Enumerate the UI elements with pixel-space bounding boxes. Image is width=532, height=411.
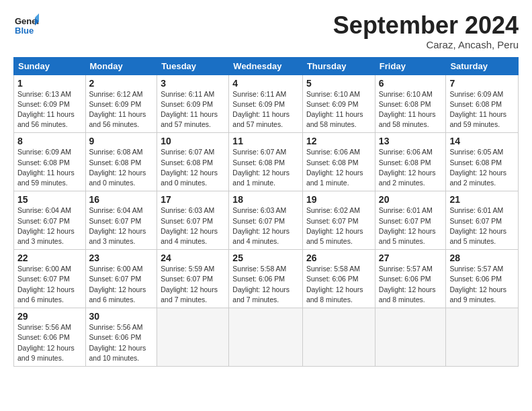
calendar-cell: 1Sunrise: 6:13 AMSunset: 6:09 PMDaylight…	[14, 75, 86, 133]
calendar-cell: 7Sunrise: 6:09 AMSunset: 6:08 PMDaylight…	[446, 75, 519, 133]
day-info: Sunrise: 6:06 AMSunset: 6:08 PMDaylight:…	[379, 147, 443, 188]
day-number: 7	[449, 78, 515, 89]
calendar-cell: 15Sunrise: 6:04 AMSunset: 6:07 PMDayligh…	[14, 191, 86, 250]
day-info: Sunrise: 6:06 AMSunset: 6:08 PMDaylight:…	[306, 147, 371, 188]
day-info: Sunrise: 6:01 AMSunset: 6:07 PMDaylight:…	[449, 205, 515, 246]
header-thursday: Thursday	[302, 57, 375, 75]
calendar-week-row: 29Sunrise: 5:56 AMSunset: 6:06 PMDayligh…	[14, 308, 519, 367]
day-number: 30	[89, 311, 154, 322]
page-container: General Blue September 2024 Caraz, Ancas…	[0, 0, 532, 373]
day-info: Sunrise: 6:00 AMSunset: 6:07 PMDaylight:…	[89, 264, 154, 305]
calendar-cell: 25Sunrise: 5:58 AMSunset: 6:06 PMDayligh…	[229, 250, 303, 308]
calendar-cell: 13Sunrise: 6:06 AMSunset: 6:08 PMDayligh…	[375, 133, 446, 191]
calendar-cell: 2Sunrise: 6:12 AMSunset: 6:09 PMDaylight…	[85, 75, 157, 133]
day-number: 11	[232, 136, 299, 146]
day-number: 26	[306, 253, 371, 263]
day-number: 17	[161, 194, 225, 205]
day-info: Sunrise: 6:03 AMSunset: 6:07 PMDaylight:…	[232, 205, 299, 246]
day-info: Sunrise: 6:10 AMSunset: 6:08 PMDaylight:…	[379, 89, 443, 130]
day-number: 5	[306, 78, 371, 89]
calendar-cell: 29Sunrise: 5:56 AMSunset: 6:06 PMDayligh…	[14, 308, 86, 367]
day-number: 12	[306, 136, 371, 146]
calendar-cell: 8Sunrise: 6:09 AMSunset: 6:08 PMDaylight…	[14, 133, 86, 191]
day-info: Sunrise: 5:59 AMSunset: 6:07 PMDaylight:…	[161, 264, 225, 305]
calendar-cell: 18Sunrise: 6:03 AMSunset: 6:07 PMDayligh…	[229, 191, 303, 250]
day-number: 4	[232, 78, 299, 89]
calendar-cell: 10Sunrise: 6:07 AMSunset: 6:08 PMDayligh…	[157, 133, 229, 191]
svg-text:Blue: Blue	[15, 26, 34, 36]
day-info: Sunrise: 5:56 AMSunset: 6:06 PMDaylight:…	[17, 322, 82, 363]
day-number: 2	[89, 78, 154, 89]
calendar-header-row: Sunday Monday Tuesday Wednesday Thursday…	[14, 57, 519, 75]
day-info: Sunrise: 6:03 AMSunset: 6:07 PMDaylight:…	[161, 205, 225, 246]
logo-icon: General Blue	[13, 12, 39, 38]
day-number: 22	[17, 253, 82, 263]
day-number: 21	[449, 194, 515, 205]
calendar-cell: 30Sunrise: 5:56 AMSunset: 6:06 PMDayligh…	[85, 308, 157, 367]
day-number: 23	[89, 253, 154, 263]
day-number: 6	[379, 78, 443, 89]
day-info: Sunrise: 6:07 AMSunset: 6:08 PMDaylight:…	[232, 147, 299, 188]
day-number: 16	[89, 194, 154, 205]
calendar-cell: 27Sunrise: 5:57 AMSunset: 6:06 PMDayligh…	[375, 250, 446, 308]
calendar-week-row: 15Sunrise: 6:04 AMSunset: 6:07 PMDayligh…	[14, 191, 519, 250]
day-number: 13	[379, 136, 443, 146]
day-info: Sunrise: 6:05 AMSunset: 6:08 PMDaylight:…	[449, 147, 515, 188]
day-info: Sunrise: 5:57 AMSunset: 6:06 PMDaylight:…	[379, 264, 443, 305]
day-info: Sunrise: 6:08 AMSunset: 6:08 PMDaylight:…	[89, 147, 154, 188]
header: General Blue September 2024 Caraz, Ancas…	[13, 12, 519, 50]
calendar-cell: 28Sunrise: 5:57 AMSunset: 6:06 PMDayligh…	[446, 250, 519, 308]
calendar-week-row: 8Sunrise: 6:09 AMSunset: 6:08 PMDaylight…	[14, 133, 519, 191]
header-wednesday: Wednesday	[229, 57, 303, 75]
day-info: Sunrise: 6:00 AMSunset: 6:07 PMDaylight:…	[17, 264, 82, 305]
calendar-cell: 11Sunrise: 6:07 AMSunset: 6:08 PMDayligh…	[229, 133, 303, 191]
calendar-cell: 22Sunrise: 6:00 AMSunset: 6:07 PMDayligh…	[14, 250, 86, 308]
calendar-cell	[157, 308, 229, 367]
calendar-cell: 21Sunrise: 6:01 AMSunset: 6:07 PMDayligh…	[446, 191, 519, 250]
day-info: Sunrise: 6:09 AMSunset: 6:08 PMDaylight:…	[17, 147, 82, 188]
day-info: Sunrise: 5:58 AMSunset: 6:06 PMDaylight:…	[306, 264, 371, 305]
day-info: Sunrise: 6:10 AMSunset: 6:09 PMDaylight:…	[306, 89, 371, 130]
calendar-cell: 5Sunrise: 6:10 AMSunset: 6:09 PMDaylight…	[302, 75, 375, 133]
day-info: Sunrise: 6:02 AMSunset: 6:07 PMDaylight:…	[306, 205, 371, 246]
day-info: Sunrise: 6:12 AMSunset: 6:09 PMDaylight:…	[89, 89, 154, 130]
calendar-cell: 14Sunrise: 6:05 AMSunset: 6:08 PMDayligh…	[446, 133, 519, 191]
header-saturday: Saturday	[446, 57, 519, 75]
day-number: 15	[17, 194, 82, 205]
header-monday: Monday	[85, 57, 157, 75]
calendar-cell: 19Sunrise: 6:02 AMSunset: 6:07 PMDayligh…	[302, 191, 375, 250]
calendar-cell: 24Sunrise: 5:59 AMSunset: 6:07 PMDayligh…	[157, 250, 229, 308]
day-number: 9	[89, 136, 154, 146]
day-info: Sunrise: 5:56 AMSunset: 6:06 PMDaylight:…	[89, 322, 154, 363]
day-number: 19	[306, 194, 371, 205]
calendar-cell: 6Sunrise: 6:10 AMSunset: 6:08 PMDaylight…	[375, 75, 446, 133]
day-number: 25	[232, 253, 299, 263]
title-block: September 2024 Caraz, Ancash, Peru	[333, 12, 519, 50]
day-info: Sunrise: 5:57 AMSunset: 6:06 PMDaylight:…	[449, 264, 515, 305]
logo: General Blue	[13, 12, 39, 40]
day-number: 3	[161, 78, 225, 89]
day-info: Sunrise: 6:07 AMSunset: 6:08 PMDaylight:…	[161, 147, 225, 188]
day-info: Sunrise: 6:11 AMSunset: 6:09 PMDaylight:…	[232, 89, 299, 130]
day-info: Sunrise: 6:01 AMSunset: 6:07 PMDaylight:…	[379, 205, 443, 246]
day-number: 14	[449, 136, 515, 146]
calendar-cell: 20Sunrise: 6:01 AMSunset: 6:07 PMDayligh…	[375, 191, 446, 250]
day-info: Sunrise: 6:04 AMSunset: 6:07 PMDaylight:…	[17, 205, 82, 246]
day-info: Sunrise: 6:11 AMSunset: 6:09 PMDaylight:…	[161, 89, 225, 130]
calendar-table: Sunday Monday Tuesday Wednesday Thursday…	[13, 57, 519, 367]
calendar-cell: 16Sunrise: 6:04 AMSunset: 6:07 PMDayligh…	[85, 191, 157, 250]
calendar-cell	[229, 308, 303, 367]
day-number: 10	[161, 136, 225, 146]
calendar-cell: 23Sunrise: 6:00 AMSunset: 6:07 PMDayligh…	[85, 250, 157, 308]
header-tuesday: Tuesday	[157, 57, 229, 75]
calendar-cell	[446, 308, 519, 367]
day-number: 20	[379, 194, 443, 205]
calendar-cell: 17Sunrise: 6:03 AMSunset: 6:07 PMDayligh…	[157, 191, 229, 250]
day-number: 8	[17, 136, 82, 146]
calendar-cell	[375, 308, 446, 367]
calendar-week-row: 1Sunrise: 6:13 AMSunset: 6:09 PMDaylight…	[14, 75, 519, 133]
day-info: Sunrise: 6:13 AMSunset: 6:09 PMDaylight:…	[17, 89, 82, 130]
day-info: Sunrise: 5:58 AMSunset: 6:06 PMDaylight:…	[232, 264, 299, 305]
day-number: 24	[161, 253, 225, 263]
header-friday: Friday	[375, 57, 446, 75]
